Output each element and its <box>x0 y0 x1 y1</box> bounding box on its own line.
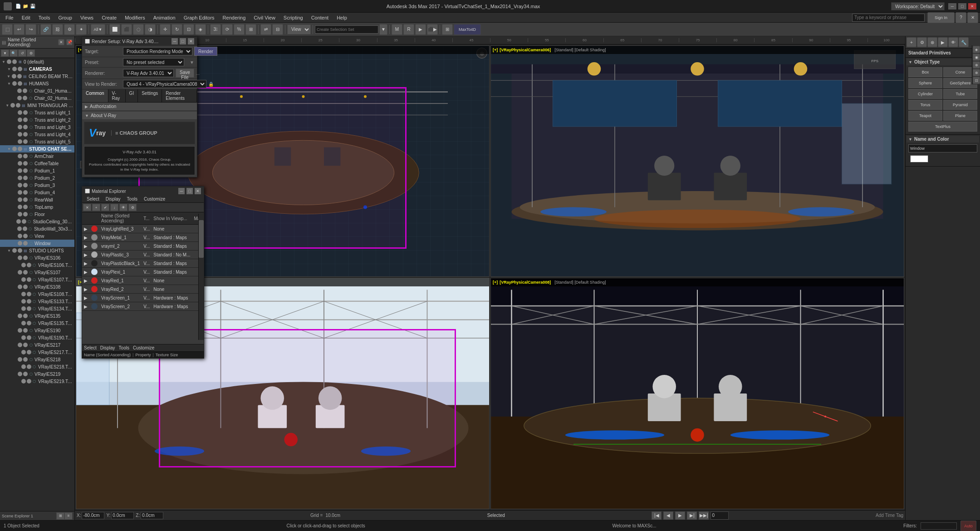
workspace-dropdown[interactable]: Workspace: Default <box>891 2 945 10</box>
maximize-button[interactable]: □ <box>958 3 966 10</box>
rp-display-icon[interactable]: 👁 <box>948 37 958 47</box>
tree-item[interactable]: ⬡Window <box>0 240 74 247</box>
tree-item[interactable]: ⬡VRayIES217.Target <box>0 349 74 356</box>
tree-item[interactable]: ⬡Podium_1 <box>0 167 74 174</box>
tree-visibility-icon[interactable] <box>21 335 26 340</box>
tree-item[interactable]: ⬡StudioCeiling_30x30_2 <box>0 218 74 225</box>
tree-render-icon[interactable] <box>18 248 22 253</box>
tree-visibility-icon[interactable] <box>18 234 22 238</box>
tree-visibility-icon[interactable] <box>18 241 22 246</box>
rp-motion-icon[interactable]: ▶ <box>938 37 948 47</box>
tree-visibility-icon[interactable] <box>18 197 22 202</box>
menu-create[interactable]: Create <box>98 14 120 21</box>
tree-visibility-icon[interactable] <box>17 96 22 100</box>
y-input[interactable] <box>111 512 134 519</box>
tree-item[interactable]: ▼▤CAMERAS <box>0 65 74 73</box>
rs-renderer-select[interactable]: V-Ray Adv 3.40.01 <box>123 69 174 77</box>
tree-expand-icon[interactable] <box>15 349 21 355</box>
tree-render-icon[interactable] <box>22 219 26 224</box>
lasso-select-button[interactable]: ◌ <box>133 24 144 35</box>
tree-visibility-icon[interactable] <box>18 176 22 180</box>
tree-item[interactable]: ▼⊞0 (default) <box>0 58 74 65</box>
tree-visibility-icon[interactable] <box>21 306 26 311</box>
undo-button[interactable]: ↩ <box>14 24 24 35</box>
rp-side-btn3[interactable]: ⊕ <box>973 61 980 69</box>
tree-render-icon[interactable] <box>23 205 28 209</box>
tree-render-icon[interactable] <box>23 176 28 180</box>
mat-name[interactable]: VrayMetal_1 <box>99 233 142 242</box>
tree-expand-icon[interactable]: ▼ <box>6 248 12 253</box>
tree-render-icon[interactable] <box>23 125 28 129</box>
viewport-tr-plus[interactable]: [+] <box>493 48 498 52</box>
tree-item[interactable]: ⬡VRayIES219.Target <box>0 378 74 385</box>
tree-item[interactable]: ⬡VRayIES219 <box>0 370 74 378</box>
bind-button[interactable]: ⚙ <box>64 24 75 35</box>
material-row[interactable]: ▶ VrayLightRed_3 V... None <box>82 225 204 233</box>
tree-item[interactable]: ⬡VRayIES190.Target <box>0 334 74 341</box>
rs-target-select[interactable]: Production Rendering Mode <box>123 47 192 55</box>
rs-maximize-button[interactable]: □ <box>180 38 186 44</box>
anim-next-button[interactable]: ▶| <box>687 511 697 520</box>
me-scroll-thumb[interactable] <box>199 220 204 258</box>
tree-item[interactable]: ⬡VRayIES218 <box>0 356 74 363</box>
tree-render-icon[interactable] <box>27 263 31 267</box>
rs-tab-vray[interactable]: V-Ray <box>108 89 126 102</box>
tree-expand-icon[interactable] <box>12 110 17 115</box>
tree-render-icon[interactable] <box>27 277 31 282</box>
tree-item[interactable]: ⬡Podium_2 <box>0 174 74 182</box>
tree-expand-icon[interactable] <box>15 335 21 340</box>
tree-expand-icon[interactable] <box>15 364 21 369</box>
help-icon-button[interactable]: ? <box>956 12 966 23</box>
create-button[interactable]: ✦ <box>76 24 87 35</box>
view-dropdown[interactable]: View <box>287 25 311 34</box>
viewport-br-plus[interactable]: [+] <box>493 280 498 285</box>
name-color-header[interactable]: ▼ Name and Color <box>906 136 979 143</box>
tree-visibility-icon[interactable] <box>12 248 17 253</box>
tree-item[interactable]: ⬡VRayIES134.Target <box>0 305 74 312</box>
sign-in-button[interactable]: Sign In <box>927 12 955 23</box>
menu-edit[interactable]: Edit <box>18 14 34 21</box>
me-maximize-button[interactable]: □ <box>186 188 193 194</box>
tree-expand-icon[interactable] <box>11 95 17 101</box>
viewport-tr-scene[interactable]: FPS <box>491 46 904 276</box>
unlink-button[interactable]: ⛓ <box>52 24 63 35</box>
object-color-swatch[interactable] <box>910 155 928 162</box>
rs-auth-header[interactable]: ▶ Authorization <box>82 103 197 111</box>
tree-visibility-icon[interactable] <box>12 81 17 86</box>
tree-item[interactable]: ⬡VRayIES106.Target <box>0 261 74 269</box>
tree-expand-icon[interactable] <box>11 226 17 231</box>
align-button[interactable]: ⊟ <box>272 24 283 35</box>
menu-help[interactable]: Help <box>333 14 351 21</box>
tree-expand-icon[interactable] <box>12 371 17 377</box>
tree-render-icon[interactable] <box>27 350 31 354</box>
tree-item[interactable]: ⬡VRayIES108 <box>0 283 74 290</box>
tree-item[interactable]: ⬡VRayIES106 <box>0 254 74 261</box>
tree-item[interactable]: ⬡VRayIES135.Target <box>0 320 74 327</box>
menu-modifiers[interactable]: Modifiers <box>121 14 149 21</box>
tree-render-icon[interactable] <box>18 81 22 86</box>
tree-item[interactable]: ▼▤STUDIO LIGHTS <box>0 247 74 254</box>
tree-expand-icon[interactable]: ▼ <box>1 59 6 64</box>
tree-item[interactable]: ⬡Chair_02_Human_2 <box>0 94 74 102</box>
tree-visibility-icon[interactable] <box>18 168 22 173</box>
me-bottom-select[interactable]: Select <box>84 345 97 350</box>
se-refresh-button[interactable]: ↺ <box>18 49 26 57</box>
tree-render-icon[interactable] <box>23 110 28 115</box>
tree-item[interactable]: ⬡Truss and Light_5 <box>0 138 74 145</box>
tree-render-icon[interactable] <box>23 154 28 158</box>
tree-render-icon[interactable] <box>12 59 17 64</box>
rp-hierarchy-icon[interactable]: ⊛ <box>927 37 937 47</box>
mat-name[interactable]: VrayPlexi_1 <box>99 268 142 276</box>
me-delete-button[interactable]: ✕ <box>83 204 91 211</box>
tree-render-icon[interactable] <box>23 372 28 376</box>
tree-expand-icon[interactable] <box>12 357 17 362</box>
tree-visibility-icon[interactable] <box>18 357 22 362</box>
tree-render-icon[interactable] <box>23 343 28 347</box>
mat-name[interactable]: VrayRed_2 <box>99 285 142 294</box>
move-button[interactable]: ✛ <box>160 24 171 35</box>
tree-item[interactable]: ⬡Podium_3 <box>0 182 74 189</box>
tree-expand-icon[interactable] <box>12 342 17 348</box>
tree-expand-icon[interactable] <box>12 211 17 217</box>
rs-minimize-button[interactable]: ─ <box>172 38 178 44</box>
object-type-header[interactable]: ▼ Object Type <box>906 59 979 65</box>
